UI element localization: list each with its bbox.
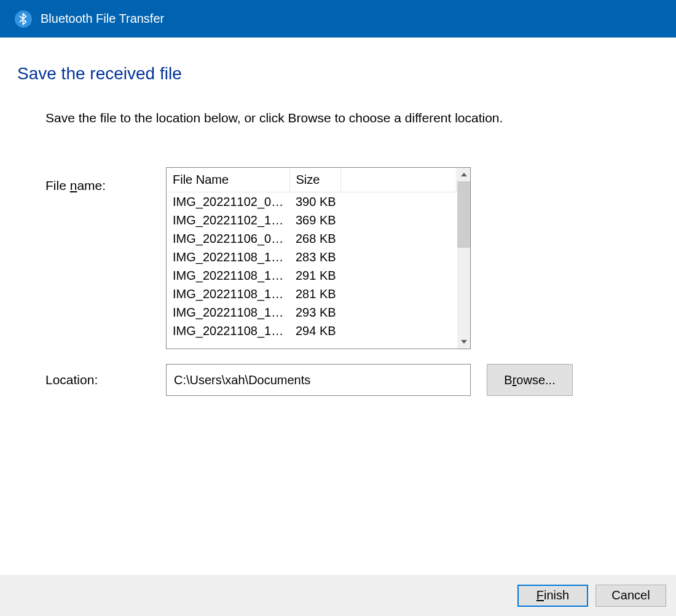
- table-row[interactable]: IMG_20221108_18...294 KB: [167, 322, 457, 340]
- table-row[interactable]: IMG_20221106_00...268 KB: [167, 229, 457, 248]
- file-size-cell: 283 KB: [289, 248, 341, 266]
- filename-row: File name: File Name Size IMG_20221102_0…: [45, 167, 659, 349]
- browse-button[interactable]: Browse...: [487, 364, 573, 396]
- location-input[interactable]: [166, 364, 471, 396]
- finish-button[interactable]: Finish: [517, 585, 588, 607]
- file-list[interactable]: File Name Size IMG_20221102_09...390 KBI…: [166, 167, 471, 349]
- file-table: File Name Size IMG_20221102_09...390 KBI…: [167, 168, 457, 340]
- browse-label-suffix: owse...: [516, 373, 555, 387]
- file-size-cell: 390 KB: [289, 192, 341, 211]
- file-name-cell: IMG_20221102_10...: [167, 211, 289, 229]
- scroll-up-button[interactable]: [457, 168, 470, 181]
- file-name-cell: IMG_20221108_18...: [167, 322, 289, 340]
- footer: Finish Cancel: [0, 575, 676, 616]
- file-size-cell: 369 KB: [289, 211, 341, 229]
- finish-label-accesskey: F: [536, 588, 544, 602]
- location-label: Location:: [45, 364, 166, 387]
- page-title: Save the received file: [17, 64, 659, 84]
- table-row[interactable]: IMG_20221102_10...369 KB: [167, 211, 457, 229]
- file-name-cell: IMG_20221106_00...: [167, 229, 289, 248]
- scroll-track[interactable]: [457, 181, 470, 335]
- scroll-down-button[interactable]: [457, 335, 470, 349]
- column-header-size[interactable]: Size: [289, 168, 341, 192]
- scroll-thumb[interactable]: [457, 181, 470, 248]
- location-row: Location: Browse...: [45, 364, 659, 396]
- filename-label-suffix: ame:: [77, 178, 106, 192]
- file-size-cell: 294 KB: [289, 322, 341, 340]
- table-row[interactable]: IMG_20221102_09...390 KB: [167, 192, 457, 211]
- content-area: Save the received file Save the file to …: [0, 38, 676, 396]
- bluetooth-icon: [15, 10, 32, 28]
- table-row[interactable]: IMG_20221108_17...291 KB: [167, 266, 457, 285]
- column-header-spacer: [341, 168, 457, 192]
- file-list-body: File Name Size IMG_20221102_09...390 KBI…: [167, 168, 457, 349]
- file-size-cell: 268 KB: [289, 229, 341, 248]
- file-size-cell: 293 KB: [289, 303, 341, 322]
- table-row[interactable]: IMG_20221108_17...281 KB: [167, 285, 457, 303]
- file-size-cell: 281 KB: [289, 285, 341, 303]
- file-name-cell: IMG_20221108_17...: [167, 285, 289, 303]
- filename-label-prefix: File: [45, 178, 70, 192]
- window-title: Bluetooth File Transfer: [41, 12, 164, 26]
- filename-label-accesskey: n: [70, 178, 77, 192]
- file-size-cell: 291 KB: [289, 266, 341, 285]
- finish-label-suffix: inish: [544, 588, 569, 602]
- file-name-cell: IMG_20221108_17...: [167, 266, 289, 285]
- file-list-scrollbar[interactable]: [457, 168, 470, 349]
- cancel-button[interactable]: Cancel: [595, 585, 666, 607]
- filename-label: File name:: [45, 167, 166, 193]
- file-name-cell: IMG_20221108_17...: [167, 303, 289, 322]
- column-header-filename[interactable]: File Name: [167, 168, 289, 192]
- browse-label-prefix: B: [504, 373, 512, 387]
- table-row[interactable]: IMG_20221108_13...283 KB: [167, 248, 457, 266]
- file-name-cell: IMG_20221102_09...: [167, 192, 289, 211]
- instruction-text: Save the file to the location below, or …: [45, 111, 659, 125]
- titlebar: Bluetooth File Transfer: [0, 0, 676, 38]
- file-name-cell: IMG_20221108_13...: [167, 248, 289, 266]
- browse-label-accesskey: r: [513, 373, 517, 387]
- table-row[interactable]: IMG_20221108_17...293 KB: [167, 303, 457, 322]
